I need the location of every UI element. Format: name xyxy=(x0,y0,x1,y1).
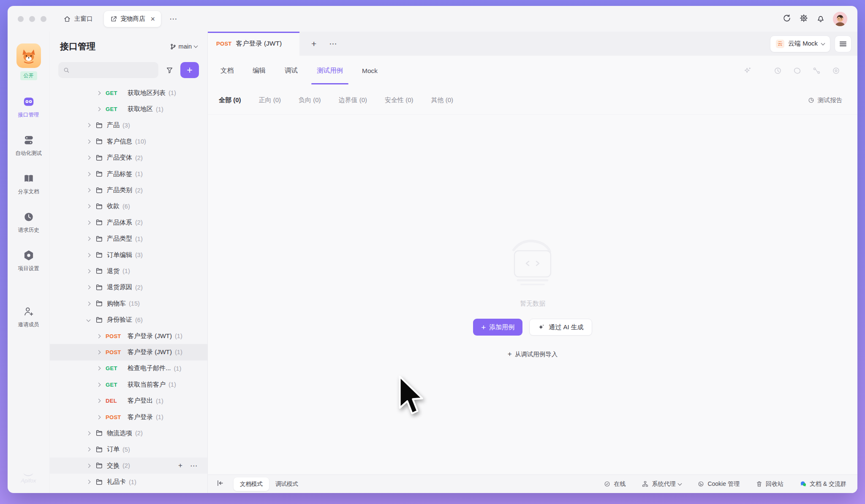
new-endpoint-tab-button[interactable]: + xyxy=(311,39,316,49)
tree-row[interactable]: 退货 (1) + ⋯ xyxy=(50,263,207,279)
tree-row[interactable]: 退货原因 (2) + ⋯ xyxy=(50,279,207,295)
filter-button[interactable] xyxy=(162,62,177,78)
system-proxy-selector[interactable]: 系统代理 xyxy=(642,480,681,488)
tree-row[interactable]: 礼品卡 (1) + ⋯ xyxy=(50,474,207,490)
traffic-lights[interactable] xyxy=(18,16,46,22)
tree-row[interactable]: DEL 客户登出 (1) + ⋯ xyxy=(50,393,207,409)
ai-generate-button[interactable]: 通过 AI 生成 xyxy=(529,319,592,336)
chevron-right-icon[interactable] xyxy=(87,188,91,192)
view-tab[interactable]: Mock xyxy=(362,56,378,86)
chevron-right-icon[interactable] xyxy=(87,269,91,274)
tree-row[interactable]: 订单 (5) + ⋯ xyxy=(50,442,207,458)
chevron-right-icon[interactable] xyxy=(87,447,91,452)
minimize-window-button[interactable] xyxy=(29,16,35,22)
sidebar-item-automated-testing[interactable]: 自动化测试 xyxy=(15,134,42,157)
cookie-manager-button[interactable]: Cookie 管理 xyxy=(697,480,739,488)
tree-row[interactable]: GET 获取地区 (1) + ⋯ xyxy=(50,101,207,117)
collapse-sidebar-button[interactable] xyxy=(216,479,224,489)
close-window-button[interactable] xyxy=(18,16,24,22)
add-api-button[interactable]: + xyxy=(180,62,199,78)
chevron-right-icon[interactable] xyxy=(87,123,91,127)
chevron-right-icon[interactable] xyxy=(87,220,91,225)
doc-mode-button[interactable]: 文档模式 xyxy=(234,477,269,491)
chevron-right-icon[interactable] xyxy=(97,350,101,354)
more-tabs-icon[interactable]: ⋯ xyxy=(169,14,178,24)
sidebar-item-project-settings[interactable]: 项目设置 xyxy=(18,249,39,272)
ai-sparkle-icon[interactable] xyxy=(743,66,752,75)
recycle-bin-button[interactable]: 回收站 xyxy=(756,480,783,488)
online-status[interactable]: 在线 xyxy=(604,480,626,488)
debug-mode-button[interactable]: 调试模式 xyxy=(269,477,305,491)
chevron-right-icon[interactable] xyxy=(97,366,101,371)
tree-row[interactable]: GET 检查电子邮件... (1) + ⋯ xyxy=(50,360,207,377)
chevron-right-icon[interactable] xyxy=(87,204,91,209)
chevron-right-icon[interactable] xyxy=(97,107,101,111)
filter-tab[interactable]: 边界值 (0) xyxy=(339,96,367,104)
add-testcase-button[interactable]: + 添加用例 xyxy=(473,319,522,336)
docs-community-button[interactable]: 文档 & 交流群 xyxy=(800,480,846,488)
chevron-right-icon[interactable] xyxy=(87,253,91,257)
filter-tab[interactable]: 安全性 (0) xyxy=(385,96,413,104)
endpoint-tab-more-button[interactable]: ⋯ xyxy=(329,39,337,49)
layout-menu-button[interactable] xyxy=(835,35,851,52)
view-tab[interactable]: 测试用例 xyxy=(317,56,343,86)
chevron-right-icon[interactable] xyxy=(87,285,91,290)
user-avatar[interactable] xyxy=(833,12,847,26)
chevron-right-icon[interactable] xyxy=(87,431,91,435)
filter-tab[interactable]: 全部 (0) xyxy=(219,96,241,104)
zoom-window-button[interactable] xyxy=(41,16,46,22)
mock-env-selector[interactable]: 云 云端 Mock xyxy=(770,35,830,52)
bell-icon[interactable] xyxy=(816,14,825,24)
chevron-right-icon[interactable] xyxy=(97,382,101,387)
tree-row[interactable]: GET 获取当前客户 (1) + ⋯ xyxy=(50,377,207,393)
tree-row[interactable]: 产品变体 (2) + ⋯ xyxy=(50,150,207,166)
target-settings-icon[interactable] xyxy=(832,66,841,75)
tree-row[interactable]: 交换 (2) + ⋯ xyxy=(50,458,207,474)
tree-row[interactable]: 物流选项 (2) + ⋯ xyxy=(50,425,207,441)
chevron-right-icon[interactable] xyxy=(87,172,91,176)
tree-row[interactable]: 产品类别 (2) + ⋯ xyxy=(50,182,207,198)
view-tab[interactable]: 编辑 xyxy=(253,56,266,86)
flow-icon[interactable] xyxy=(812,66,821,75)
sidebar-item-request-history[interactable]: 请求历史 xyxy=(18,211,39,234)
add-icon[interactable]: + xyxy=(178,461,182,470)
view-tab[interactable]: 调试 xyxy=(285,56,298,86)
chevron-right-icon[interactable] xyxy=(87,480,91,484)
sidebar-item-invite-members[interactable]: 邀请成员 xyxy=(18,305,39,328)
chevron-right-icon[interactable] xyxy=(97,91,101,95)
chevron-right-icon[interactable] xyxy=(87,301,91,306)
branch-selector[interactable]: main xyxy=(170,43,197,50)
tree-row[interactable]: GET 获取地区列表 (1) + ⋯ xyxy=(50,85,207,101)
filter-tab[interactable]: 负向 (0) xyxy=(299,96,321,104)
endpoint-tab-active[interactable]: POST 客户登录 (JWT) xyxy=(208,32,299,56)
tab-main-window[interactable]: 主窗口 xyxy=(59,11,97,27)
shape-blob-icon[interactable] xyxy=(793,66,802,75)
tree-row[interactable]: 产品体系 (2) + ⋯ xyxy=(50,214,207,230)
chevron-right-icon[interactable] xyxy=(87,237,91,241)
chevron-right-icon[interactable] xyxy=(97,399,101,403)
filter-tab[interactable]: 其他 (0) xyxy=(431,96,454,104)
import-from-debug-link[interactable]: + 从调试用例导入 xyxy=(508,350,558,358)
tree-row[interactable]: POST 客户登录 (JWT) (1) + ⋯ xyxy=(50,344,207,360)
tree-row[interactable]: 客户信息 (10) + ⋯ xyxy=(50,133,207,149)
tree-row[interactable]: 订单编辑 (3) + ⋯ xyxy=(50,247,207,263)
chevron-right-icon[interactable] xyxy=(87,463,91,468)
test-report-button[interactable]: 测试报告 xyxy=(808,96,842,104)
tree-row[interactable]: 身份验证 (6) + ⋯ xyxy=(50,312,207,328)
tree-row[interactable]: POST 客户登录 (JWT) (1) + ⋯ xyxy=(50,328,207,344)
tree-row[interactable]: POST 客户登录 (1) + ⋯ xyxy=(50,409,207,425)
project-logo[interactable] xyxy=(16,43,41,68)
tree-row[interactable]: 收款 (6) + ⋯ xyxy=(50,198,207,214)
chevron-right-icon[interactable] xyxy=(87,139,91,144)
sidebar-item-shared-docs[interactable]: 分享文档 xyxy=(18,172,39,195)
sidebar-item-api-management[interactable]: 接口管理 xyxy=(18,95,39,119)
tree-row[interactable]: 产品 (3) + ⋯ xyxy=(50,117,207,133)
tree-row[interactable]: 产品标签 (1) + ⋯ xyxy=(50,166,207,182)
tree-row[interactable]: 购物车 (15) + ⋯ xyxy=(50,295,207,312)
filter-tab[interactable]: 正向 (0) xyxy=(259,96,281,104)
chevron-right-icon[interactable] xyxy=(97,415,101,419)
history-icon[interactable] xyxy=(773,66,782,75)
chevron-right-icon[interactable] xyxy=(87,156,91,160)
search-input[interactable] xyxy=(58,62,158,78)
close-tab-icon[interactable]: × xyxy=(151,15,155,23)
